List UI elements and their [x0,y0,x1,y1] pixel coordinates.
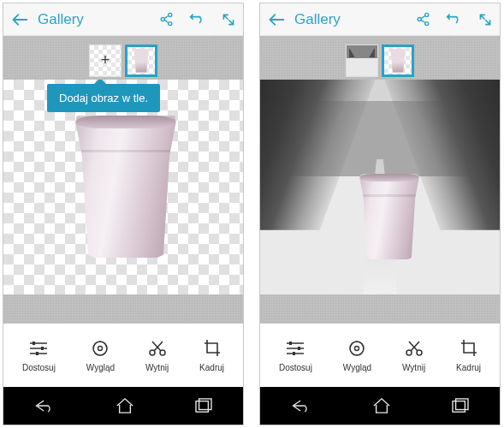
app-header: Gallery [3,3,243,36]
canvas-area[interactable]: Dodaj obraz w tle. [3,80,243,294]
tool-adjust[interactable]: Dostosuj [22,339,56,372]
nav-back-icon[interactable] [33,398,56,413]
header-title: Gallery [38,11,84,28]
share-icon[interactable] [416,12,430,27]
undo-icon[interactable] [189,13,206,27]
svg-rect-4 [41,347,44,350]
nav-recent-icon[interactable] [451,398,470,413]
tool-cut[interactable]: Wytnij [145,339,169,372]
tool-label: Dostosuj [22,363,56,372]
svg-rect-16 [298,347,300,350]
cup-object[interactable] [74,116,178,258]
share-icon[interactable] [159,12,174,27]
svg-rect-5 [36,352,39,355]
bottom-strip [260,294,500,324]
tool-label: Wygląd [86,363,115,372]
nav-recent-icon[interactable] [194,398,213,413]
tool-look[interactable]: Wygląd [86,339,115,372]
tool-label: Wytnij [402,363,425,372]
header-left: Gallery [268,11,341,28]
header-actions [416,12,492,27]
nav-home-icon[interactable] [371,397,392,414]
expand-icon[interactable] [478,13,492,27]
thumbnail-strip: + [3,36,243,80]
thumbnail-strip [260,36,500,80]
header-actions [159,12,235,27]
svg-rect-10 [196,401,208,413]
svg-rect-11 [199,399,211,410]
tool-look[interactable]: Wygląd [343,339,371,372]
tool-adjust[interactable]: Dostosuj [279,339,312,372]
app-header: Gallery [260,3,500,36]
phone-right: Gallery [259,3,501,425]
two-phone-layout: Gallery + Dodaj obraz w tle. [0,0,504,428]
svg-rect-3 [33,342,35,345]
cup-mini-icon [389,49,406,73]
svg-point-7 [98,346,103,350]
plus-icon: + [101,51,110,69]
bottom-toolbar: Dostosuj Wygląd Wytnij Kadruj [260,324,500,387]
android-navbar [3,387,243,425]
tool-label: Wygląd [343,363,371,372]
thumb-cup-layer[interactable] [125,45,157,77]
tool-crop[interactable]: Kadruj [456,339,481,372]
bottom-strip [3,294,243,324]
svg-rect-15 [289,342,292,345]
tool-label: Kadruj [456,363,481,372]
tool-label: Kadruj [199,363,224,372]
header-title: Gallery [294,11,341,28]
nav-back-icon[interactable] [290,398,312,413]
add-bg-tooltip: Dodaj obraz w tle. [47,84,160,112]
nav-home-icon[interactable] [115,397,135,414]
android-navbar [260,387,500,425]
thumb-add-background[interactable]: + [89,45,122,77]
expand-icon[interactable] [222,13,235,27]
phone-left: Gallery + Dodaj obraz w tle. [3,3,244,425]
tool-crop[interactable]: Kadruj [199,339,224,372]
back-arrow-icon[interactable] [268,13,285,27]
svg-rect-23 [456,399,468,410]
svg-rect-17 [293,352,295,355]
cup-mini-icon [133,49,150,73]
tool-label: Wytnij [145,363,169,372]
back-arrow-icon[interactable] [11,13,28,27]
svg-point-19 [355,346,359,350]
undo-icon[interactable] [446,13,463,27]
thumb-snow-background[interactable] [346,45,378,77]
header-left: Gallery [11,11,84,28]
tool-label: Dostosuj [279,363,312,372]
tool-cut[interactable]: Wytnij [402,339,425,372]
svg-rect-22 [453,401,465,413]
thumb-cup-layer[interactable] [382,45,414,77]
cup-object[interactable] [359,174,420,259]
bottom-toolbar: Dostosuj Wygląd Wytnij Kadruj [3,324,243,387]
canvas-area[interactable] [260,80,500,294]
